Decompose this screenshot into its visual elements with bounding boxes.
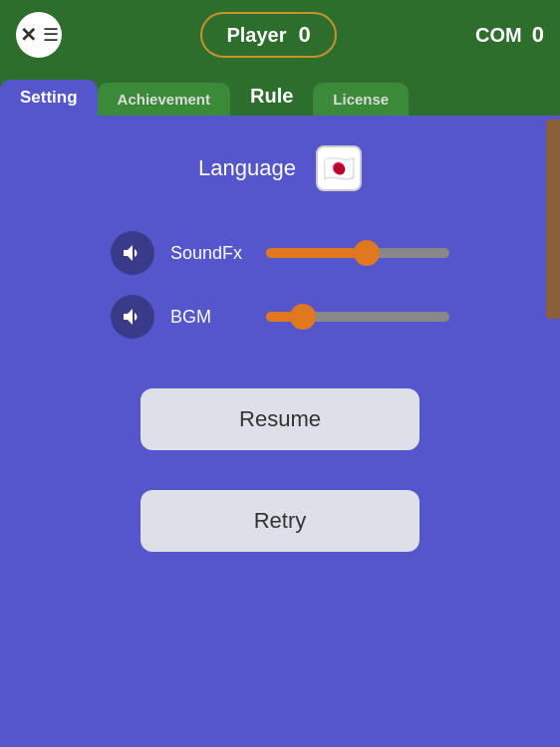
player-label: Player <box>226 24 286 47</box>
retry-button[interactable]: Retry <box>140 490 420 552</box>
bgm-mute-button[interactable] <box>111 295 154 339</box>
com-score-area: COM 0 <box>475 22 544 48</box>
bgm-speaker-icon <box>121 305 144 329</box>
menu-lines-icon: ☰ <box>43 24 59 46</box>
resume-button[interactable]: Resume <box>140 388 420 450</box>
soundfx-slider[interactable] <box>266 248 449 258</box>
close-menu-button[interactable]: ✕ ☰ <box>16 12 62 58</box>
tab-achievement[interactable]: Achievement <box>98 83 230 116</box>
japan-flag-icon: 🇯🇵 <box>323 153 355 184</box>
soundfx-track <box>266 248 449 258</box>
soundfx-label: SoundFx <box>170 243 250 264</box>
soundfx-fill <box>266 248 367 258</box>
language-flag-button[interactable]: 🇯🇵 <box>316 145 362 191</box>
player-score: 0 <box>298 22 310 48</box>
speaker-icon <box>121 241 144 265</box>
bgm-thumb[interactable] <box>290 304 316 330</box>
tab-license[interactable]: License <box>313 83 409 116</box>
bgm-slider[interactable] <box>266 312 449 322</box>
com-label: COM <box>475 24 522 47</box>
language-row: Language 🇯🇵 <box>198 145 362 191</box>
close-x-icon: ✕ <box>20 23 37 47</box>
soundfx-mute-button[interactable] <box>111 231 154 275</box>
soundfx-row: SoundFx <box>111 231 449 275</box>
soundfx-thumb[interactable] <box>354 240 380 266</box>
settings-panel: Language 🇯🇵 SoundFx <box>0 116 560 747</box>
bgm-label: BGM <box>170 307 250 328</box>
header: ✕ ☰ Player 0 COM 0 <box>0 0 560 70</box>
player-score-box: Player 0 <box>200 12 336 58</box>
language-label: Language <box>198 155 296 181</box>
sound-controls: SoundFx BGM <box>111 231 449 339</box>
tab-bar: Setting Achievement Rule License <box>0 70 560 116</box>
bgm-track <box>266 312 449 322</box>
bgm-row: BGM <box>111 295 449 339</box>
tab-setting[interactable]: Setting <box>0 80 98 116</box>
tab-rule[interactable]: Rule <box>230 77 313 116</box>
com-score: 0 <box>532 22 544 48</box>
right-accent-decoration <box>546 120 560 319</box>
